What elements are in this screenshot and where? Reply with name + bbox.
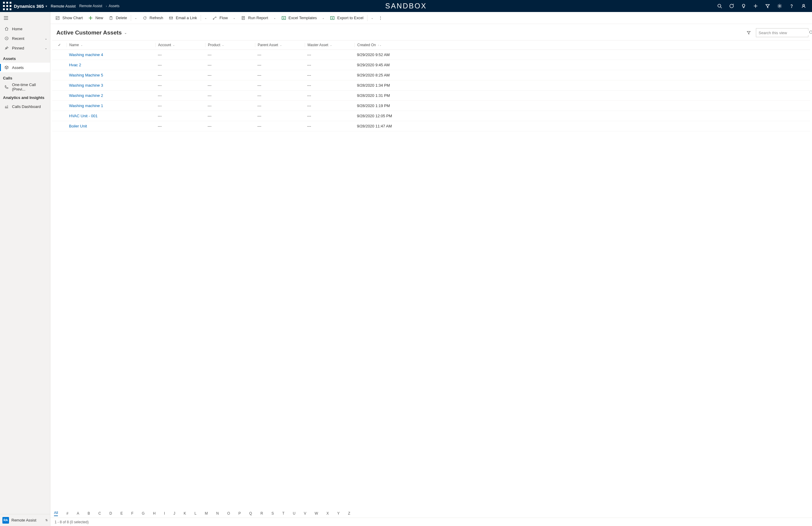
alpha-All[interactable]: All — [54, 511, 58, 516]
cmd-excel-templates-dropdown[interactable]: ⌄ — [320, 13, 327, 23]
cmd-email-link[interactable]: Email a Link — [166, 13, 200, 23]
group-assets: Assets — [0, 53, 50, 63]
nav-assets[interactable]: Assets — [0, 63, 50, 72]
alpha-O[interactable]: O — [227, 511, 230, 515]
alpha-M[interactable]: M — [205, 511, 208, 515]
search-view[interactable] — [756, 28, 808, 37]
table-row[interactable]: Washing Machine 5------------9/29/2020 8… — [52, 70, 810, 81]
alpha-G[interactable]: G — [142, 511, 145, 515]
alpha-Q[interactable]: Q — [249, 511, 252, 515]
breadcrumb-root[interactable]: Remote Assist — [79, 4, 102, 8]
alpha-B[interactable]: B — [88, 511, 90, 515]
app-launcher-icon[interactable] — [2, 1, 12, 11]
alpha-L[interactable]: L — [194, 511, 197, 515]
grid: ✓ Name⌄ Account⌄ Product⌄ Parent Asset⌄ … — [50, 40, 812, 509]
alpha-F[interactable]: F — [131, 511, 133, 515]
plus-icon[interactable] — [750, 0, 762, 12]
alpha-Z[interactable]: Z — [348, 511, 350, 515]
filter-icon[interactable] — [762, 0, 773, 12]
view-name[interactable]: Active Customer Assets — [56, 29, 122, 36]
asset-link[interactable]: Washing Machine 5 — [69, 73, 103, 77]
alpha-D[interactable]: D — [110, 511, 112, 515]
asset-link[interactable]: Washing machine 2 — [69, 93, 103, 98]
select-all[interactable]: ✓ — [52, 43, 67, 47]
chevron-down-icon[interactable]: ⌄ — [45, 37, 47, 40]
top-bar: Dynamics 365 ▾ Remote Assist Remote Assi… — [0, 0, 812, 12]
table-row[interactable]: Washing machine 4------------9/29/2020 9… — [52, 50, 810, 60]
task-icon[interactable] — [726, 0, 738, 12]
alpha-K[interactable]: K — [184, 511, 186, 515]
app-name[interactable]: Remote Assist — [51, 4, 76, 9]
table-row[interactable]: Hvac 2------------9/29/2020 9:45 AM — [52, 60, 810, 70]
chevron-down-icon[interactable]: ⌄ — [124, 31, 127, 35]
lightbulb-icon[interactable] — [738, 0, 750, 12]
col-account[interactable]: Account⌄ — [155, 43, 205, 47]
nav-pinned[interactable]: Pinned ⌄ — [0, 43, 50, 53]
nav-one-time-call[interactable]: One-time Call (Previ... — [0, 82, 50, 92]
app-switcher[interactable]: RA Remote Assist ⇅ — [0, 514, 50, 526]
alpha-Y[interactable]: Y — [337, 511, 339, 515]
chart-icon — [4, 104, 9, 109]
search-input[interactable] — [759, 31, 809, 35]
alpha-R[interactable]: R — [260, 511, 263, 515]
alpha-C[interactable]: C — [98, 511, 101, 515]
alpha-H[interactable]: H — [153, 511, 156, 515]
col-master[interactable]: Master Asset⌄ — [305, 43, 354, 47]
search-icon[interactable] — [809, 30, 812, 35]
asset-link[interactable]: Boiler Unit — [69, 124, 87, 128]
cmd-delete[interactable]: Delete — [106, 13, 130, 23]
table-row[interactable]: Washing machine 1------------9/28/2020 1… — [52, 101, 810, 111]
hamburger-icon[interactable] — [0, 12, 50, 24]
cmd-delete-dropdown[interactable]: ⌄ — [132, 13, 140, 23]
nav-recent[interactable]: Recent ⌄ — [0, 33, 50, 43]
asset-link[interactable]: HVAC Unit - 001 — [69, 114, 98, 118]
col-product[interactable]: Product⌄ — [205, 43, 255, 47]
table-row[interactable]: HVAC Unit - 001------------9/28/2020 12:… — [52, 111, 810, 121]
alpha-W[interactable]: W — [315, 511, 318, 515]
cmd-new[interactable]: New — [86, 13, 105, 23]
cmd-excel-templates[interactable]: X Excel Templates — [279, 13, 319, 23]
search-icon[interactable] — [714, 0, 726, 12]
cmd-report-dropdown[interactable]: ⌄ — [271, 13, 278, 23]
table-row[interactable]: Washing machine 3------------9/28/2020 1… — [52, 81, 810, 90]
cmd-refresh[interactable]: Refresh — [140, 13, 166, 23]
alpha-P[interactable]: P — [238, 511, 241, 515]
alpha-J[interactable]: J — [173, 511, 175, 515]
alpha-A[interactable]: A — [77, 511, 79, 515]
account-icon[interactable] — [798, 0, 810, 12]
gear-icon[interactable] — [773, 0, 786, 12]
asset-link[interactable]: Washing machine 3 — [69, 83, 103, 88]
cmd-flow-dropdown[interactable]: ⌄ — [231, 13, 238, 23]
alpha-I[interactable]: I — [164, 511, 165, 515]
cmd-export-excel[interactable]: X Export to Excel — [328, 13, 366, 23]
cmd-show-chart[interactable]: Show Chart — [53, 13, 85, 23]
product-title[interactable]: Dynamics 365 — [14, 4, 44, 9]
asset-link[interactable]: Washing machine 4 — [69, 53, 103, 57]
chevron-down-icon[interactable]: ⌄ — [45, 46, 47, 50]
col-created[interactable]: Created On ↓ ⌄ — [354, 43, 403, 47]
nav-calls-dashboard[interactable]: Calls Dashboard — [0, 102, 50, 111]
alpha-N[interactable]: N — [216, 511, 219, 515]
nav-home[interactable]: Home — [0, 24, 50, 33]
col-parent[interactable]: Parent Asset⌄ — [255, 43, 305, 47]
cmd-flow[interactable]: Flow — [210, 13, 230, 23]
table-row[interactable]: Boiler Unit------------9/28/2020 11:47 A… — [52, 121, 810, 131]
funnel-icon[interactable] — [744, 29, 753, 37]
table-row[interactable]: Washing machine 2------------9/28/2020 1… — [52, 90, 810, 101]
asset-link[interactable]: Hvac 2 — [69, 63, 81, 67]
cmd-run-report[interactable]: Run Report — [238, 13, 270, 23]
cmd-export-dropdown[interactable]: ⌄ — [369, 13, 376, 23]
help-icon[interactable] — [786, 0, 798, 12]
chevron-down-icon[interactable]: ▾ — [46, 4, 47, 8]
col-name[interactable]: Name⌄ — [67, 43, 155, 47]
alpha-S[interactable]: S — [272, 511, 274, 515]
alpha-#[interactable]: # — [66, 511, 68, 515]
alpha-X[interactable]: X — [327, 511, 329, 515]
alpha-U[interactable]: U — [293, 511, 295, 515]
cmd-email-dropdown[interactable]: ⌄ — [202, 13, 209, 23]
alpha-T[interactable]: T — [282, 511, 284, 515]
alpha-E[interactable]: E — [120, 511, 123, 515]
alpha-V[interactable]: V — [304, 511, 306, 515]
cmd-more[interactable]: ⋮ — [376, 13, 385, 23]
asset-link[interactable]: Washing machine 1 — [69, 103, 103, 108]
